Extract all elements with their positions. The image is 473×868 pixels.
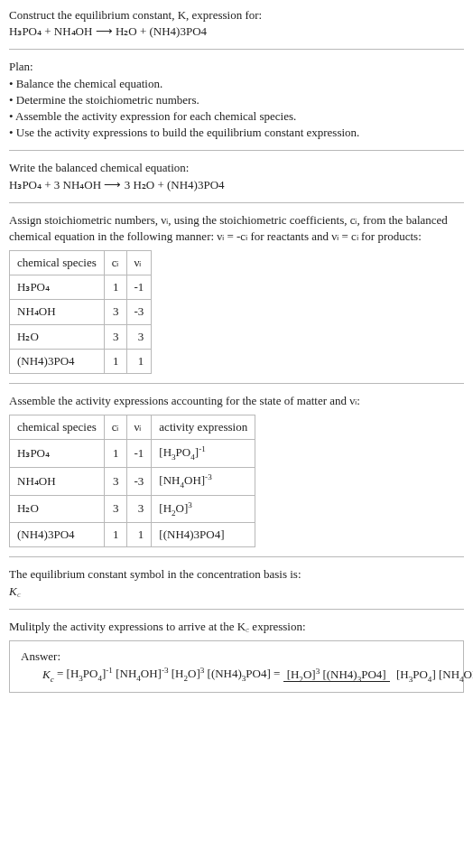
col-vi: νᵢ — [126, 415, 152, 440]
balanced-section: Write the balanced chemical equation: H₃… — [9, 160, 464, 192]
table-row: (NH4)3PO4 1 1 [(NH4)3PO4] — [10, 523, 255, 547]
divider — [9, 202, 464, 203]
divider — [9, 150, 464, 151]
answer-label: Answer: — [21, 649, 60, 663]
table-row: chemical species cᵢ νᵢ activity expressi… — [10, 415, 255, 440]
cell-vi: -3 — [126, 300, 152, 324]
cell-ci: 1 — [104, 275, 126, 300]
divider — [9, 383, 464, 384]
cell-activity: [(NH4)3PO4] — [152, 523, 255, 547]
symbol-line1: The equilibrium constant symbol in the c… — [9, 567, 301, 581]
cell-vi: -3 — [126, 468, 152, 496]
cell-activity: [NH4OH]-3 — [152, 468, 255, 496]
cell-ci: 3 — [104, 495, 126, 523]
symbol-kc: K꜀ — [9, 584, 21, 598]
symbol-section: The equilibrium constant symbol in the c… — [9, 566, 464, 599]
plan-bullet-2: • Determine the stoichiometric numbers. — [9, 93, 199, 107]
table-row: H₂O 3 3 [H2O]3 — [10, 495, 255, 523]
stoich-table: chemical species cᵢ νᵢ H₃PO₄ 1 -1 NH₄OH … — [9, 250, 152, 374]
col-vi: νᵢ — [126, 251, 152, 275]
activity-table: chemical species cᵢ νᵢ activity expressi… — [9, 415, 255, 547]
table-row: chemical species cᵢ νᵢ — [10, 251, 152, 275]
cell-ci: 1 — [104, 440, 126, 468]
stoich-text: Assign stoichiometric numbers, νᵢ, using… — [9, 212, 464, 245]
cell-species: H₃PO₄ — [10, 440, 105, 468]
activity-text: Assemble the activity expressions accoun… — [9, 393, 464, 409]
cell-vi: -1 — [126, 275, 152, 300]
divider — [9, 609, 464, 610]
table-row: NH₄OH 3 -3 [NH4OH]-3 — [10, 468, 255, 496]
col-species: chemical species — [10, 251, 105, 275]
plan-title: Plan: — [9, 60, 33, 73]
cell-ci: 1 — [104, 523, 126, 547]
table-row: (NH4)3PO4 1 1 — [10, 349, 152, 373]
intro-line1: Construct the equilibrium constant, K, e… — [9, 8, 262, 22]
table-row: H₂O 3 3 — [10, 324, 152, 349]
cell-ci: 3 — [104, 300, 126, 324]
divider — [9, 556, 464, 557]
cell-ci: 3 — [104, 324, 126, 349]
cell-activity: [H2O]3 — [152, 495, 255, 523]
intro-equation: H₃PO₄ + NH₄OH ⟶ H₂O + (NH4)3PO4 — [9, 24, 207, 38]
cell-vi: 1 — [126, 349, 152, 373]
answer-equation: Kc = [H3PO4]-1 [NH4OH]-3 [H2O]3 [(NH4)3P… — [42, 665, 452, 685]
col-ci: cᵢ — [104, 251, 126, 275]
table-row: H₃PO₄ 1 -1 — [10, 275, 152, 300]
answer-box: Answer: Kc = [H3PO4]-1 [NH4OH]-3 [H2O]3 … — [9, 640, 464, 693]
table-row: H₃PO₄ 1 -1 [H3PO4]-1 — [10, 440, 255, 468]
divider — [9, 49, 464, 50]
cell-vi: -1 — [126, 440, 152, 468]
plan-bullet-4: • Use the activity expressions to build … — [9, 126, 359, 139]
col-species: chemical species — [10, 415, 105, 440]
cell-ci: 1 — [104, 349, 126, 373]
cell-species: (NH4)3PO4 — [10, 523, 105, 547]
multiply-text: Mulitply the activity expressions to arr… — [9, 619, 464, 635]
cell-species: NH₄OH — [10, 468, 105, 496]
plan-bullet-3: • Assemble the activity expression for e… — [9, 109, 296, 123]
plan-section: Plan: • Balance the chemical equation. •… — [9, 59, 464, 141]
table-row: NH₄OH 3 -3 — [10, 300, 152, 324]
cell-species: H₂O — [10, 495, 105, 523]
col-ci: cᵢ — [104, 415, 126, 440]
cell-vi: 3 — [126, 324, 152, 349]
col-activity: activity expression — [152, 415, 255, 440]
balanced-line1: Write the balanced chemical equation: — [9, 161, 189, 174]
plan-bullet-1: • Balance the chemical equation. — [9, 77, 162, 90]
cell-species: (NH4)3PO4 — [10, 349, 105, 373]
cell-vi: 3 — [126, 495, 152, 523]
balanced-equation: H₃PO₄ + 3 NH₄OH ⟶ 3 H₂O + (NH4)3PO4 — [9, 178, 225, 191]
intro-text: Construct the equilibrium constant, K, e… — [9, 7, 464, 40]
cell-species: H₂O — [10, 324, 105, 349]
cell-species: H₃PO₄ — [10, 275, 105, 300]
cell-activity: [H3PO4]-1 — [152, 440, 255, 468]
cell-vi: 1 — [126, 523, 152, 547]
cell-species: NH₄OH — [10, 300, 105, 324]
cell-ci: 3 — [104, 468, 126, 496]
